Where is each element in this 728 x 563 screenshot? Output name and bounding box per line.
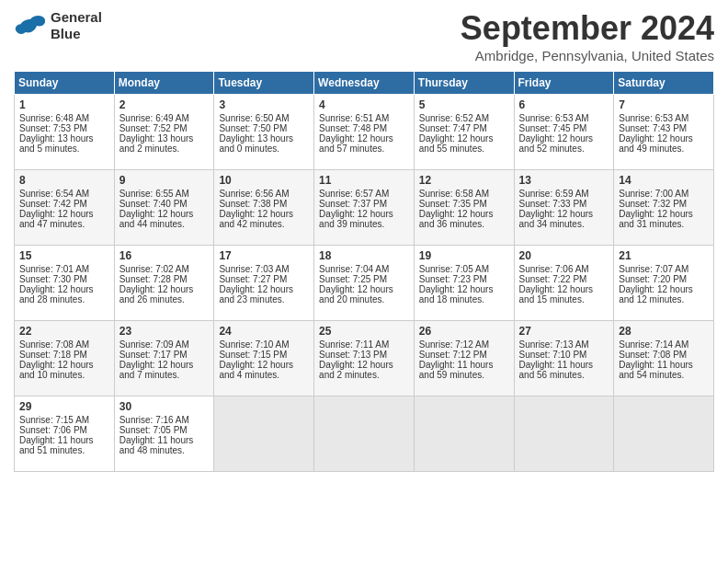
daylight: Daylight: 12 hours and 23 minutes. xyxy=(219,284,293,304)
sunset: Sunset: 7:37 PM xyxy=(319,199,387,209)
calendar-cell: 16Sunrise: 7:02 AMSunset: 7:28 PMDayligh… xyxy=(114,246,214,321)
sunrise: Sunrise: 6:53 AM xyxy=(519,113,589,123)
daylight: Daylight: 12 hours and 15 minutes. xyxy=(519,284,594,304)
month-title: September 2024 xyxy=(461,9,714,48)
sunrise: Sunrise: 7:15 AM xyxy=(19,415,89,425)
logo-icon xyxy=(14,13,47,39)
day-header-wednesday: Wednesday xyxy=(314,72,415,95)
day-number: 26 xyxy=(419,325,509,338)
daylight: Daylight: 12 hours and 52 minutes. xyxy=(519,133,594,154)
logo: General Blue xyxy=(14,9,102,42)
calendar-cell: 22Sunrise: 7:08 AMSunset: 7:18 PMDayligh… xyxy=(15,321,115,396)
day-number: 24 xyxy=(219,325,309,338)
daylight: Daylight: 12 hours and 55 minutes. xyxy=(419,133,494,154)
day-number: 18 xyxy=(319,249,409,262)
sunset: Sunset: 7:47 PM xyxy=(419,123,487,133)
calendar-cell: 25Sunrise: 7:11 AMSunset: 7:13 PMDayligh… xyxy=(314,321,415,396)
day-number: 5 xyxy=(419,98,509,111)
calendar-cell: 23Sunrise: 7:09 AMSunset: 7:17 PMDayligh… xyxy=(114,321,214,396)
day-number: 7 xyxy=(619,98,709,111)
day-number: 12 xyxy=(419,174,509,187)
day-number: 19 xyxy=(419,249,509,262)
daylight: Daylight: 11 hours and 56 minutes. xyxy=(519,360,594,380)
week-row-2: 8Sunrise: 6:54 AMSunset: 7:42 PMDaylight… xyxy=(15,170,714,246)
calendar-cell: 12Sunrise: 6:58 AMSunset: 7:35 PMDayligh… xyxy=(414,170,514,246)
daylight: Daylight: 12 hours and 34 minutes. xyxy=(519,209,594,229)
sunrise: Sunrise: 6:50 AM xyxy=(219,113,289,123)
sunset: Sunset: 7:27 PM xyxy=(219,274,287,284)
location-subtitle: Ambridge, Pennsylvania, United States xyxy=(461,48,714,63)
calendar-cell: 7Sunrise: 6:53 AMSunset: 7:43 PMDaylight… xyxy=(614,95,714,170)
daylight: Daylight: 12 hours and 7 minutes. xyxy=(119,360,194,380)
sunset: Sunset: 7:10 PM xyxy=(519,350,587,360)
calendar-cell: 10Sunrise: 6:56 AMSunset: 7:38 PMDayligh… xyxy=(214,170,314,246)
sunrise: Sunrise: 7:12 AM xyxy=(419,339,489,350)
week-row-1: 1Sunrise: 6:48 AMSunset: 7:53 PMDaylight… xyxy=(15,95,714,170)
sunrise: Sunrise: 7:11 AM xyxy=(319,339,389,350)
calendar-cell: 3Sunrise: 6:50 AMSunset: 7:50 PMDaylight… xyxy=(214,95,314,170)
sunrise: Sunrise: 7:00 AM xyxy=(619,189,688,199)
sunrise: Sunrise: 7:07 AM xyxy=(619,264,688,274)
day-header-sunday: Sunday xyxy=(15,72,115,95)
day-header-saturday: Saturday xyxy=(614,72,714,95)
calendar-cell: 21Sunrise: 7:07 AMSunset: 7:20 PMDayligh… xyxy=(614,246,714,321)
sunset: Sunset: 7:43 PM xyxy=(619,123,687,133)
day-number: 16 xyxy=(119,249,210,262)
calendar-cell: 9Sunrise: 6:55 AMSunset: 7:40 PMDaylight… xyxy=(114,170,214,246)
calendar-cell: 26Sunrise: 7:12 AMSunset: 7:12 PMDayligh… xyxy=(414,321,514,396)
daylight: Daylight: 11 hours and 59 minutes. xyxy=(419,360,494,380)
daylight: Daylight: 12 hours and 12 minutes. xyxy=(619,284,693,304)
daylight: Daylight: 12 hours and 26 minutes. xyxy=(119,284,194,304)
calendar-cell: 14Sunrise: 7:00 AMSunset: 7:32 PMDayligh… xyxy=(614,170,714,246)
day-number: 9 xyxy=(119,174,210,187)
day-number: 6 xyxy=(519,98,609,111)
calendar-cell: 20Sunrise: 7:06 AMSunset: 7:22 PMDayligh… xyxy=(514,246,614,321)
sunset: Sunset: 7:45 PM xyxy=(519,123,587,133)
day-number: 1 xyxy=(19,98,109,111)
calendar-cell: 28Sunrise: 7:14 AMSunset: 7:08 PMDayligh… xyxy=(614,321,714,396)
calendar-cell: 17Sunrise: 7:03 AMSunset: 7:27 PMDayligh… xyxy=(214,246,314,321)
daylight: Daylight: 12 hours and 47 minutes. xyxy=(19,209,94,229)
day-number: 27 xyxy=(519,325,609,338)
sunset: Sunset: 7:18 PM xyxy=(19,350,87,360)
daylight: Daylight: 11 hours and 54 minutes. xyxy=(619,360,693,380)
sunset: Sunset: 7:53 PM xyxy=(19,123,87,133)
sunset: Sunset: 7:38 PM xyxy=(219,199,287,209)
sunset: Sunset: 7:40 PM xyxy=(119,199,188,209)
daylight: Daylight: 12 hours and 57 minutes. xyxy=(319,133,393,154)
sunset: Sunset: 7:32 PM xyxy=(619,199,687,209)
sunrise: Sunrise: 6:57 AM xyxy=(319,189,389,199)
sunset: Sunset: 7:28 PM xyxy=(119,274,188,284)
sunrise: Sunrise: 7:13 AM xyxy=(519,339,589,350)
daylight: Daylight: 13 hours and 5 minutes. xyxy=(19,133,94,154)
sunrise: Sunrise: 7:14 AM xyxy=(619,339,688,350)
sunrise: Sunrise: 6:53 AM xyxy=(619,113,688,123)
title-area: September 2024 Ambridge, Pennsylvania, U… xyxy=(461,9,714,63)
day-number: 8 xyxy=(19,174,109,187)
daylight: Daylight: 12 hours and 4 minutes. xyxy=(219,360,293,380)
day-header-thursday: Thursday xyxy=(414,72,514,95)
day-number: 17 xyxy=(219,249,309,262)
calendar-cell: 1Sunrise: 6:48 AMSunset: 7:53 PMDaylight… xyxy=(15,95,115,170)
day-number: 20 xyxy=(519,249,609,262)
daylight: Daylight: 12 hours and 49 minutes. xyxy=(619,133,693,154)
calendar-cell: 13Sunrise: 6:59 AMSunset: 7:33 PMDayligh… xyxy=(514,170,614,246)
day-number: 10 xyxy=(219,174,309,187)
sunrise: Sunrise: 7:10 AM xyxy=(219,339,289,350)
sunset: Sunset: 7:15 PM xyxy=(219,350,287,360)
calendar-cell: 8Sunrise: 6:54 AMSunset: 7:42 PMDaylight… xyxy=(15,170,115,246)
week-row-5: 29Sunrise: 7:15 AMSunset: 7:06 PMDayligh… xyxy=(15,396,714,472)
calendar-cell xyxy=(514,396,614,472)
sunset: Sunset: 7:12 PM xyxy=(419,350,487,360)
daylight: Daylight: 12 hours and 31 minutes. xyxy=(619,209,693,229)
sunrise: Sunrise: 6:55 AM xyxy=(119,189,189,199)
sunset: Sunset: 7:13 PM xyxy=(319,350,387,360)
sunset: Sunset: 7:17 PM xyxy=(119,350,188,360)
daylight: Daylight: 12 hours and 2 minutes. xyxy=(319,360,393,380)
sunset: Sunset: 7:42 PM xyxy=(19,199,87,209)
sunrise: Sunrise: 6:52 AM xyxy=(419,113,489,123)
day-number: 15 xyxy=(19,249,109,262)
sunrise: Sunrise: 7:16 AM xyxy=(119,415,189,425)
calendar-cell: 30Sunrise: 7:16 AMSunset: 7:05 PMDayligh… xyxy=(114,396,214,472)
sunrise: Sunrise: 7:03 AM xyxy=(219,264,289,274)
